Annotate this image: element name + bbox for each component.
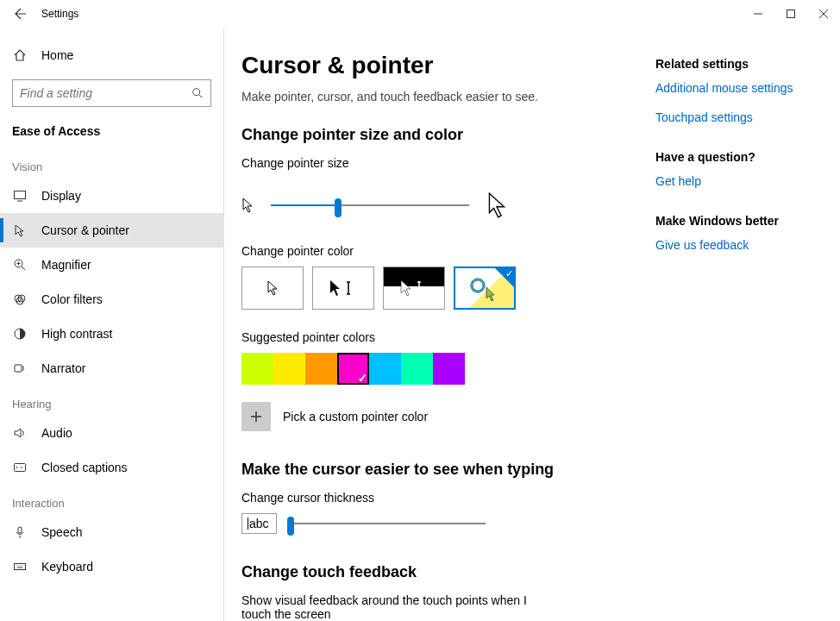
maximize-icon xyxy=(787,9,795,18)
plus-icon xyxy=(250,411,262,423)
svg-rect-0 xyxy=(787,10,795,18)
pointer-color-inverted[interactable] xyxy=(383,267,445,310)
sidebar-home-label: Home xyxy=(41,48,73,62)
captions-icon xyxy=(12,460,28,475)
sidebar-item-label: Closed captions xyxy=(41,461,128,474)
touch-feedback-description: Show visual feedback around the touch po… xyxy=(241,593,552,621)
group-vision-label: Vision xyxy=(0,148,223,179)
sidebar-item-closed-captions[interactable]: Closed captions xyxy=(0,450,223,485)
cursor-thickness-label: Change cursor thickness xyxy=(241,491,638,505)
sidebar-item-label: Audio xyxy=(41,426,72,440)
titlebar: Settings xyxy=(0,0,840,28)
sidebar-item-label: High contrast xyxy=(41,327,112,341)
sidebar-item-label: Magnifier xyxy=(41,258,91,272)
sidebar-item-display[interactable]: Display xyxy=(0,179,223,213)
sidebar-item-magnifier[interactable]: Magnifier xyxy=(0,248,223,282)
cursor-thickness-preview: abc xyxy=(241,513,277,534)
close-button[interactable] xyxy=(807,0,840,28)
sidebar-item-label: Narrator xyxy=(41,361,85,375)
related-settings-heading: Related settings xyxy=(655,57,840,71)
suggested-color-swatches xyxy=(241,353,638,385)
sidebar-item-audio[interactable]: Audio xyxy=(0,416,223,450)
page-subtitle: Make pointer, cursor, and touch feedback… xyxy=(241,90,638,104)
link-additional-mouse-settings[interactable]: Additional mouse settings xyxy=(655,81,840,95)
pointer-size-small-preview xyxy=(241,198,254,213)
color-swatch[interactable] xyxy=(273,353,305,385)
section-size-color-heading: Change pointer size and color xyxy=(241,126,638,144)
search-input[interactable] xyxy=(20,86,191,100)
pick-custom-color-button[interactable] xyxy=(241,402,271,431)
svg-rect-11 xyxy=(15,564,26,570)
better-heading: Make Windows better xyxy=(655,214,840,228)
svg-rect-8 xyxy=(15,365,22,372)
minimize-button[interactable] xyxy=(742,0,774,28)
sidebar-item-keyboard[interactable]: Keyboard xyxy=(0,549,223,584)
high-contrast-icon xyxy=(12,326,28,342)
main-content: Cursor & pointer Make pointer, cursor, a… xyxy=(241,52,638,621)
pointer-color-black[interactable] xyxy=(312,267,374,310)
svg-point-1 xyxy=(193,89,200,96)
keyboard-icon xyxy=(12,559,28,574)
sidebar-item-label: Speech xyxy=(41,525,82,539)
section-typing-heading: Make the cursor easier to see when typin… xyxy=(241,461,638,479)
narrator-icon xyxy=(12,361,28,376)
display-icon xyxy=(12,188,28,204)
cursor-thickness-slider[interactable] xyxy=(287,515,486,532)
sidebar-item-label: Cursor & pointer xyxy=(41,223,129,237)
color-swatch[interactable] xyxy=(241,353,273,385)
sidebar-item-high-contrast[interactable]: High contrast xyxy=(0,317,223,351)
sidebar-item-color-filters[interactable]: Color filters xyxy=(0,282,223,317)
color-swatch[interactable] xyxy=(401,353,433,385)
search-icon xyxy=(191,87,204,99)
pick-custom-color-label: Pick a custom pointer color xyxy=(283,410,428,423)
search-box[interactable] xyxy=(12,79,211,107)
page-title: Cursor & pointer xyxy=(241,52,638,79)
audio-icon xyxy=(12,425,28,441)
link-touchpad-settings[interactable]: Touchpad settings xyxy=(655,110,840,124)
section-touch-heading: Change touch feedback xyxy=(241,563,638,581)
minimize-icon xyxy=(754,9,762,18)
home-icon xyxy=(12,47,28,63)
cursor-icon xyxy=(12,223,28,238)
color-swatch[interactable] xyxy=(337,353,369,385)
svg-rect-9 xyxy=(15,464,26,472)
svg-rect-2 xyxy=(15,191,26,199)
group-interaction-label: Interaction xyxy=(0,485,223,515)
pointer-size-label: Change pointer size xyxy=(241,156,638,170)
maximize-button[interactable] xyxy=(774,0,807,28)
pointer-color-label: Change pointer color xyxy=(241,244,638,258)
color-swatch[interactable] xyxy=(305,353,337,385)
svg-rect-10 xyxy=(18,527,22,533)
pointer-color-white[interactable] xyxy=(241,267,304,310)
question-heading: Have a question? xyxy=(655,150,840,164)
sidebar-item-label: Keyboard xyxy=(41,560,93,574)
sidebar-item-label: Display xyxy=(41,189,81,203)
sidebar-item-cursor-pointer[interactable]: Cursor & pointer xyxy=(0,213,223,248)
speech-icon xyxy=(12,524,28,540)
group-hearing-label: Hearing xyxy=(0,386,223,416)
pointer-color-custom[interactable]: ✓ xyxy=(454,267,516,310)
link-give-feedback[interactable]: Give us feedback xyxy=(655,238,840,252)
sidebar-item-speech[interactable]: Speech xyxy=(0,515,223,549)
magnifier-icon xyxy=(12,257,28,273)
pointer-size-large-preview xyxy=(486,191,507,220)
sidebar-item-label: Color filters xyxy=(41,292,103,306)
color-swatch[interactable] xyxy=(369,353,401,385)
pointer-size-slider[interactable] xyxy=(271,197,469,214)
link-get-help[interactable]: Get help xyxy=(655,174,840,188)
color-swatch[interactable] xyxy=(433,353,465,385)
sidebar-item-narrator[interactable]: Narrator xyxy=(0,351,223,386)
back-button[interactable] xyxy=(7,0,34,28)
sidebar-section-title: Ease of Access xyxy=(0,119,223,148)
sidebar: Home Ease of Access Vision Display Curso… xyxy=(0,28,224,621)
suggested-colors-label: Suggested pointer colors xyxy=(241,330,638,344)
sidebar-home[interactable]: Home xyxy=(0,38,223,72)
app-title: Settings xyxy=(41,8,78,20)
arrow-left-icon xyxy=(14,7,28,21)
side-panel: Related settings Additional mouse settin… xyxy=(638,52,840,621)
color-filters-icon xyxy=(12,292,28,307)
close-icon xyxy=(819,9,828,18)
